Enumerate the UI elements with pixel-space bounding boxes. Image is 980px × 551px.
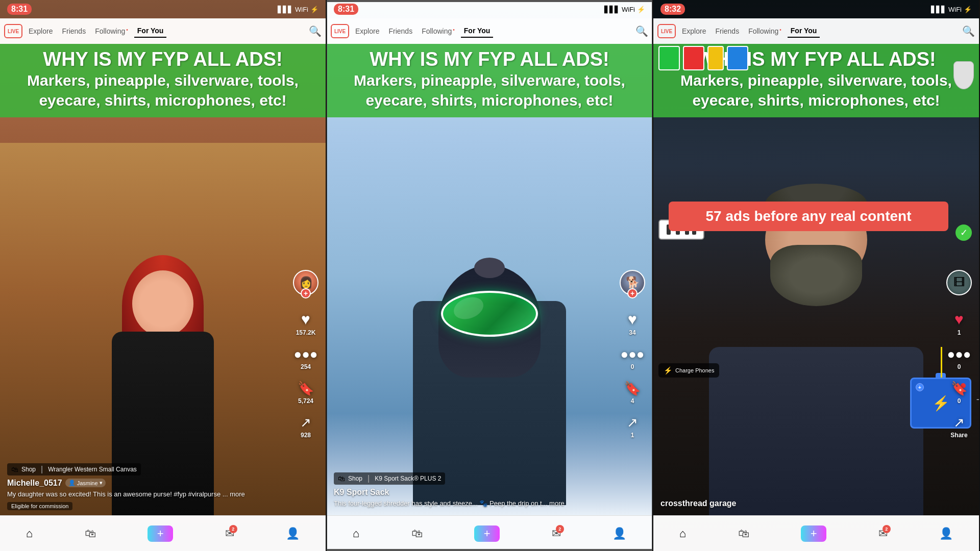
nav-following-2[interactable]: Following	[419, 25, 458, 37]
nav-foryou-2[interactable]: For You	[461, 24, 494, 38]
battery-icon-2: ⚡	[637, 6, 645, 13]
nav-explore-1[interactable]: Explore	[26, 25, 56, 37]
banner-title-1: WHY IS MY FYP ALL ADS!	[8, 49, 317, 70]
heart-icon-2: ♥	[628, 311, 637, 328]
bnav-profile-2[interactable]: 👤	[612, 527, 626, 540]
bnav-profile-1[interactable]: 👤	[286, 527, 300, 540]
green-banner-1: WHY IS MY FYP ALL ADS! Markers, pineappl…	[0, 44, 326, 117]
home-icon-2: ⌂	[353, 527, 359, 540]
home-icon-1: ⌂	[26, 527, 33, 540]
nav-friends-1[interactable]: Friends	[59, 25, 89, 37]
avatar-1[interactable]: 👩 +	[293, 270, 318, 295]
share-button-3[interactable]: ↗ Share	[950, 415, 967, 439]
add-icon-2: +	[474, 525, 500, 542]
live-button-3[interactable]: LIVE	[657, 24, 676, 38]
banner-subtitle-3: Markers, pineapple, silverware, tools, e…	[662, 70, 971, 110]
comment-count-1: 254	[301, 363, 311, 370]
add-icon-3: +	[801, 525, 826, 542]
like-count-1: 157.2K	[296, 329, 316, 336]
caption-1: My daughter was so excited! This is an a…	[7, 490, 288, 499]
share-count-3: Share	[950, 432, 967, 439]
bnav-inbox-3[interactable]: ✉ 2	[878, 527, 888, 540]
live-button-1[interactable]: LIVE	[4, 24, 22, 38]
bookmark-icon-3: 🔖	[951, 381, 967, 396]
shop-nav-icon-2: 🛍	[411, 527, 423, 540]
bnav-profile-3[interactable]: 👤	[939, 527, 953, 540]
home-icon-3: ⌂	[679, 527, 686, 540]
bnav-inbox-1[interactable]: ✉ 2	[225, 527, 234, 540]
status-time-1: 8:31	[7, 4, 32, 15]
comment-button-3[interactable]: ●●● 0	[947, 346, 971, 370]
avatar-2[interactable]: 🐕 +	[620, 270, 645, 295]
wifi-icon-1: WiFi	[295, 6, 308, 13]
nav-friends-2[interactable]: Friends	[385, 25, 415, 37]
status-time-3: 8:32	[660, 4, 685, 15]
follow-plus-2[interactable]: +	[627, 288, 638, 298]
nav-explore-2[interactable]: Explore	[352, 25, 382, 37]
inbox-badge-1: 2	[229, 525, 237, 533]
shop-badge-1[interactable]: 🛍 Shop | Wrangler Western Small Canvas	[7, 463, 141, 475]
signal-icon-3: ▋▋▋	[931, 6, 946, 13]
red-box-text-3: 57 ads before any real content	[679, 208, 938, 225]
profile-icon-2: 👤	[612, 527, 626, 540]
phone-thumbnails-3	[658, 46, 748, 70]
like-button-1[interactable]: ♥ 157.2K	[296, 311, 316, 336]
bottom-info-2: 🛍 Shop | K9 Sport Sack® PLUS 2 K9 Sport …	[327, 472, 622, 510]
badge-text-1: Jasmine	[77, 480, 98, 486]
comment-icon-3: ●●●	[947, 346, 971, 362]
badge-icon-1: 👤	[68, 480, 76, 486]
shop-label-1: Shop	[21, 466, 36, 473]
charging-icon: ⚡	[664, 366, 672, 374]
nav-friends-3[interactable]: Friends	[712, 25, 742, 37]
nav-foryou-3[interactable]: For You	[788, 24, 820, 38]
bnav-shop-3[interactable]: 🛍	[738, 527, 749, 540]
status-icons-1: ▋▋▋ WiFi ⚡	[278, 6, 318, 13]
nav-following-1[interactable]: Following	[92, 25, 131, 37]
search-icon-2[interactable]: 🔍	[635, 25, 648, 37]
nav-following-3[interactable]: Following	[745, 25, 785, 37]
heart-icon-1: ♥	[301, 311, 310, 328]
bnav-inbox-2[interactable]: ✉ 2	[552, 527, 561, 540]
shop-nav-icon-1: 🛍	[85, 527, 96, 540]
share-icon-2: ↗	[627, 415, 638, 431]
shop-product-2: K9 Sport Sack® PLUS 2	[375, 475, 441, 482]
panel-2: 8:31 ▋▋▋ WiFi ⚡ LIVE Explore Friends Fol…	[327, 0, 653, 551]
badge-chevron-1: ▾	[100, 480, 103, 486]
bnav-shop-2[interactable]: 🛍	[411, 527, 423, 540]
live-button-2[interactable]: LIVE	[331, 24, 349, 38]
bookmark-button-3[interactable]: 🔖 0	[951, 381, 967, 405]
bnav-home-3[interactable]: ⌂	[679, 527, 686, 540]
charging-label: ⚡ Charge Phones	[658, 363, 719, 378]
bnav-home-2[interactable]: ⌂	[353, 527, 359, 540]
bookmark-button-2[interactable]: 🔖 4	[624, 381, 641, 405]
bnav-add-1[interactable]: +	[148, 525, 173, 542]
user-badge-1: 👤 Jasmine ▾	[65, 479, 106, 487]
bnav-add-3[interactable]: +	[801, 525, 826, 542]
bnav-home-1[interactable]: ⌂	[26, 527, 33, 540]
signal-icon-2: ▋▋▋	[604, 6, 620, 13]
avatar-3[interactable]: 🎞	[946, 270, 972, 295]
comment-button-2[interactable]: ●●● 0	[620, 346, 644, 370]
search-icon-3[interactable]: 🔍	[962, 25, 975, 37]
shop-product-1: Wrangler Western Small Canvas	[48, 466, 137, 473]
bnav-add-2[interactable]: +	[474, 525, 500, 542]
nav-foryou-1[interactable]: For You	[134, 24, 167, 38]
phone-thumb-yellow	[707, 46, 724, 70]
nav-bar-3: LIVE Explore Friends Following For You 🔍	[653, 18, 979, 44]
share-button-2[interactable]: ↗ 1	[627, 415, 638, 439]
phone-thumb-blue	[727, 46, 748, 70]
panel-1: 8:31 ▋▋▋ WiFi ⚡ LIVE Explore Friends Fol…	[0, 0, 327, 551]
username-3: crossthread garage	[660, 499, 737, 508]
share-button-1[interactable]: ↗ 928	[300, 415, 311, 439]
nav-explore-3[interactable]: Explore	[679, 25, 709, 37]
follow-plus-1[interactable]: +	[301, 288, 311, 298]
like-button-3[interactable]: ♥ 1	[954, 311, 964, 336]
comment-button-1[interactable]: ●●● 254	[293, 346, 317, 370]
shop-badge-2[interactable]: 🛍 Shop | K9 Sport Sack® PLUS 2	[334, 472, 445, 485]
bookmark-button-1[interactable]: 🔖 5,724	[298, 381, 314, 405]
wifi-icon-2: WiFi	[622, 6, 635, 13]
bnav-shop-1[interactable]: 🛍	[85, 527, 96, 540]
green-checkmark-3: ✓	[955, 224, 972, 241]
like-button-2[interactable]: ♥ 34	[628, 311, 637, 336]
search-icon-1[interactable]: 🔍	[309, 25, 322, 37]
